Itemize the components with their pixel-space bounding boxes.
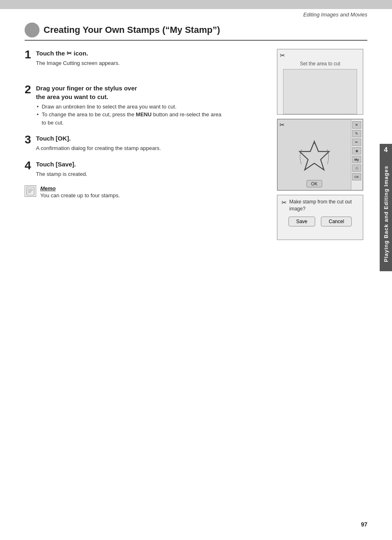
step-1-desc: The Image Cutting screen appears. [36, 59, 120, 67]
sidebar-icon-my: My [352, 156, 361, 163]
screen3-title: Make stamp from the cut out image? [289, 198, 359, 212]
right-sidebar: Playing Back and Editing Images [380, 156, 392, 271]
steps-left: 1 Touch the ✂ icon. The Image Cutting sc… [25, 49, 269, 240]
chapter-number-sidebar: 4 [380, 144, 392, 156]
chapter-title: Creating Your Own Stamps (“My Stamp”) [44, 25, 220, 35]
screen2-ok-button[interactable]: OK [307, 180, 322, 187]
screen1: ✂ Set the area to cut [277, 49, 363, 115]
main-content: Creating Your Own Stamps (“My Stamp”) 1 … [25, 23, 367, 240]
step-2-number: 2 [25, 84, 31, 95]
step-1: 1 Touch the ✂ icon. The Image Cutting sc… [25, 49, 269, 67]
page-number: 97 [361, 521, 367, 528]
save-button[interactable]: Save [288, 217, 315, 226]
sidebar-icon-brush: ◈ [352, 147, 361, 155]
steps-area: 1 Touch the ✂ icon. The Image Cutting sc… [25, 49, 367, 240]
sidebar-chapter-text: Playing Back and Editing Images [383, 166, 389, 262]
title-underline [25, 40, 367, 41]
step-1-number: 1 [25, 49, 31, 60]
screen3-header: ✂ Make stamp from the cut out image? [281, 198, 359, 212]
cancel-button[interactable]: Cancel [321, 217, 352, 226]
star-image [296, 138, 333, 175]
step-2-title: Drag your finger or the stylus overthe a… [36, 84, 225, 101]
step-4: 4 Touch [Save]. The stamp is created. [25, 160, 269, 178]
screen1-image-area [283, 69, 357, 114]
sidebar-icon-ok[interactable]: OK [352, 173, 361, 180]
chapter-badge [25, 23, 39, 37]
sidebar-icon-pen: ✎ [352, 130, 361, 137]
step-3-content: Touch [OK]. A confirmation dialog for cr… [36, 134, 161, 152]
memo-icon [25, 185, 36, 197]
screen1-scissors-icon: ✂ [280, 52, 285, 59]
step-4-number: 4 [25, 160, 31, 171]
screen3-scissors-icon: ✂ [281, 199, 287, 206]
step-3-desc: A confirmation dialog for creating the s… [36, 144, 161, 152]
svg-marker-6 [300, 141, 329, 170]
screen3: ✂ Make stamp from the cut out image? Sav… [277, 195, 363, 240]
screen2-main: ✂ OK [277, 119, 351, 190]
step-4-content: Touch [Save]. The stamp is created. [36, 160, 87, 178]
step-2-content: Drag your finger or the stylus overthe a… [36, 84, 225, 127]
memo-section: Memo You can create up to four stamps. [25, 185, 269, 198]
top-bar [0, 0, 392, 9]
steps-right: ✂ Set the area to cut ✂ [277, 49, 367, 240]
memo-title: Memo [40, 185, 120, 192]
step-2-bullet-2: To change the area to be cut, press the … [36, 111, 225, 127]
step-3: 3 Touch [OK]. A confirmation dialog for … [25, 134, 269, 152]
sidebar-icon-diamond: ◇ [352, 164, 361, 172]
svg-rect-1 [27, 187, 34, 195]
sidebar-icon-pencil: ✏ [352, 138, 361, 146]
step-2: 2 Drag your finger or the stylus overthe… [25, 84, 269, 127]
step-1-title: Touch the ✂ icon. [36, 49, 120, 58]
svg-point-0 [25, 23, 39, 37]
step-4-desc: The stamp is created. [36, 170, 87, 178]
step-3-title: Touch [OK]. [36, 134, 161, 143]
screen2-sidebar: ✕ ✎ ✏ ◈ My ◇ OK [351, 119, 363, 190]
step-2-bullets: Draw an unbroken line to select the area… [36, 103, 225, 127]
memo-content: Memo You can create up to four stamps. [40, 185, 120, 198]
screen1-text: Set the area to cut [281, 61, 360, 67]
step-4-title: Touch [Save]. [36, 160, 87, 168]
memo-text: You can create up to four stamps. [40, 192, 120, 198]
screen2-scissors-icon: ✂ [279, 121, 285, 129]
screen2: ✂ OK ✕ ✎ ✏ [277, 119, 363, 191]
step-1-content: Touch the ✂ icon. The Image Cutting scre… [36, 49, 120, 67]
page-header: Editing Images and Movies [303, 12, 367, 18]
chapter-title-wrap: Creating Your Own Stamps (“My Stamp”) [25, 23, 367, 37]
step-2-bullet-1: Draw an unbroken line to select the area… [36, 103, 225, 111]
screen3-buttons: Save Cancel [281, 217, 359, 226]
step-3-number: 3 [25, 134, 31, 145]
sidebar-icon-x: ✕ [352, 121, 361, 129]
